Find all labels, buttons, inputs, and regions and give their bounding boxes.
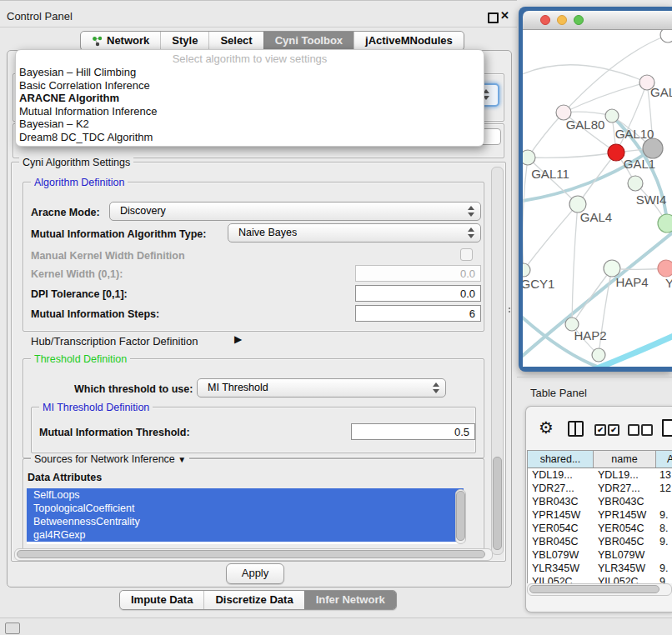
tab-impute-data[interactable]: Impute Data: [120, 591, 203, 609]
table-row[interactable]: YDR27...YDR27...12: [528, 482, 672, 495]
network-window-titlebar[interactable]: [523, 11, 672, 30]
list-item-gal4rgexp[interactable]: gal4RGexp: [27, 528, 464, 542]
table-body: YDL19...YDL19...13 YDR27...YDR27...12 YB…: [528, 468, 672, 583]
bottom-tabs: Impute Data Discretize Data Infer Networ…: [119, 590, 397, 610]
cyni-algorithm-settings-title: Cyni Algorithm Settings: [19, 157, 133, 168]
network-node[interactable]: [628, 176, 643, 191]
list-item-selfloops[interactable]: SelfLoops: [27, 488, 464, 502]
table-horizontal-scrollbar[interactable]: [527, 583, 672, 596]
list-item-betweennesscentrality[interactable]: BetweennessCentrality: [27, 515, 464, 528]
mi-steps-input[interactable]: 6: [355, 305, 481, 322]
table-row[interactable]: YLR345WYLR345W9.: [528, 562, 672, 575]
network-node-GAL11[interactable]: [523, 150, 535, 165]
which-threshold-combo[interactable]: MI Threshold: [197, 378, 446, 398]
settings-horizontal-scrollbar-thumb[interactable]: [17, 550, 485, 558]
table-row[interactable]: YBR043CYBR043C: [528, 495, 672, 508]
mi-steps-label: Mutual Information Steps:: [31, 308, 159, 320]
mi-threshold-definition-title: MI Threshold Definition: [39, 402, 153, 413]
checkbox-unchecked-icon[interactable]: [628, 424, 639, 436]
network-node-GCY1[interactable]: [523, 263, 530, 277]
table-row[interactable]: YIL052CYIL052C9.: [528, 575, 672, 583]
tab-cyni-toolbox[interactable]: Cyni Toolbox: [263, 32, 354, 50]
network-canvas[interactable]: GALGAL80GAL10GAL1GAL11GAL4SWI4GCY1HAP4YH…: [523, 30, 672, 367]
column-layout-icon[interactable]: [568, 421, 584, 437]
tab-style[interactable]: Style: [160, 32, 208, 50]
network-node-label: Y: [665, 276, 672, 290]
sources-title: Sources for Network Inference ▼: [31, 453, 189, 465]
node-table: shared... name A YDL19...YDL19...13 YDR2…: [527, 450, 672, 583]
column-header-shared-name[interactable]: shared...: [528, 451, 594, 468]
mi-threshold-input[interactable]: 0.5: [351, 423, 475, 440]
network-node-label: GAL: [650, 85, 672, 99]
settings-horizontal-scrollbar[interactable]: [14, 548, 493, 561]
manual-kernel-width-checkbox[interactable]: [460, 248, 473, 261]
attribute-list-scrollbar[interactable]: [455, 489, 466, 544]
dropdown-item-bayesian-k2[interactable]: Bayesian – K2: [16, 118, 484, 131]
network-node-Y[interactable]: [658, 260, 672, 277]
list-item-topologicalcoefficient[interactable]: TopologicalCoefficient: [27, 502, 464, 515]
network-node-label: GAL4: [580, 210, 612, 224]
algorithm-definition-title: Algorithm Definition: [31, 177, 128, 188]
table-row[interactable]: YDL19...YDL19...13: [528, 468, 672, 482]
control-panel-tabs: Network Style Select Cyni Toolbox jActiv…: [80, 31, 464, 51]
table-row[interactable]: YBL079WYBL079W: [528, 548, 672, 562]
hub-definition-label[interactable]: Hub/Transcription Factor Definition: [31, 335, 198, 348]
network-node[interactable]: [592, 348, 605, 362]
dropdown-item-basic-correlation[interactable]: Basic Correlation Inference: [16, 79, 484, 92]
table-panel-title: Table Panel: [530, 387, 587, 399]
dropdown-item-mutual-information[interactable]: Mutual Information Inference: [16, 105, 484, 118]
apply-button[interactable]: Apply: [226, 563, 284, 584]
settings-vertical-scrollbar-thumb[interactable]: [493, 457, 502, 550]
close-icon[interactable]: ✕: [500, 9, 509, 22]
tab-network[interactable]: Network: [81, 32, 160, 50]
table-row[interactable]: YER054CYER054C8.: [528, 522, 672, 535]
panel-splitter-grip[interactable]: [508, 307, 512, 314]
combo-stepper-icon: [432, 382, 439, 394]
network-view-window: GALGAL80GAL10GAL1GAL11GAL4SWI4GCY1HAP4YH…: [519, 7, 672, 372]
close-traffic-light[interactable]: [540, 15, 550, 25]
restore-panel-icon[interactable]: [5, 622, 20, 634]
tab-infer-network[interactable]: Infer Network: [304, 591, 396, 609]
combo-stepper-icon: [467, 205, 474, 218]
checkbox-checked-icon[interactable]: ✔: [608, 424, 619, 436]
network-node-label: GAL1: [624, 157, 655, 171]
network-node-HAP4[interactable]: [604, 260, 620, 277]
kernel-width-label: Kernel Width (0,1):: [31, 268, 123, 280]
column-header-partial[interactable]: A: [656, 451, 672, 468]
expand-arrow-icon[interactable]: ▼: [178, 455, 186, 464]
bottom-status-strip: [0, 618, 672, 635]
tab-discretize-data[interactable]: Discretize Data: [203, 591, 303, 609]
dropdown-item-bayesian-hill-climbing[interactable]: Bayesian – Hill Climbing: [16, 66, 484, 79]
kernel-width-input[interactable]: 0.0: [355, 265, 481, 282]
settings-vertical-scrollbar[interactable]: [491, 167, 504, 555]
network-node-label: SWI4: [636, 192, 667, 207]
network-node-GAL1[interactable]: [608, 144, 624, 161]
file-icon[interactable]: [662, 419, 672, 437]
aracne-mode-combo[interactable]: Discovery: [109, 202, 481, 221]
dropdown-item-aracne[interactable]: ARACNE Algorithm: [16, 92, 484, 105]
settings-gear-icon[interactable]: ⚙: [539, 419, 554, 436]
mi-algorithm-type-combo[interactable]: Naive Bayes: [228, 223, 481, 242]
network-node[interactable]: [660, 30, 672, 42]
network-node-label: GAL11: [531, 167, 569, 181]
minimize-traffic-light[interactable]: [557, 15, 567, 25]
threshold-definition-title: Threshold Definition: [31, 353, 130, 365]
dpi-tolerance-input[interactable]: 0.0: [355, 285, 481, 302]
dropdown-placeholder: Select algorithm to view settings: [16, 52, 484, 66]
checkbox-unchecked-icon[interactable]: [641, 424, 653, 436]
dropdown-item-dream8[interactable]: Dream8 DC_TDC Algorithm: [16, 131, 484, 144]
collapse-arrow-icon[interactable]: ▶: [234, 333, 242, 345]
table-row[interactable]: YBR045CYBR045C9.: [528, 535, 672, 548]
checkbox-checked-icon[interactable]: ✔: [594, 424, 606, 436]
tab-jactivemnodules[interactable]: jActiveMNodules: [354, 32, 464, 50]
zoom-traffic-light[interactable]: [574, 15, 584, 25]
float-window-icon[interactable]: [488, 12, 499, 23]
network-node-SWI4[interactable]: [658, 214, 672, 232]
attribute-list-scrollbar-thumb[interactable]: [456, 491, 465, 541]
table-row[interactable]: YPR145WYPR145W9.: [528, 508, 672, 522]
network-node-GAL10[interactable]: [605, 109, 619, 122]
network-node[interactable]: [643, 138, 663, 158]
column-header-name[interactable]: name: [594, 451, 656, 468]
table-horizontal-scrollbar-thumb[interactable]: [529, 585, 659, 593]
tab-select[interactable]: Select: [208, 32, 263, 50]
